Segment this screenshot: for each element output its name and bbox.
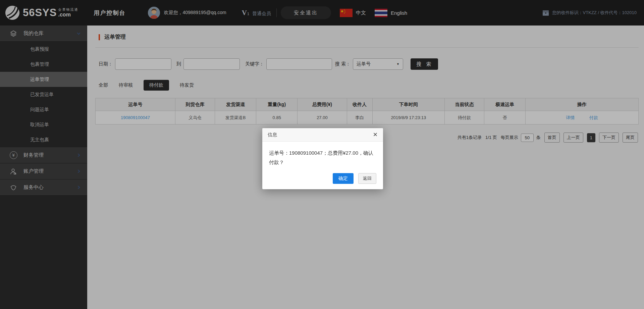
modal-title: 信息	[268, 132, 277, 138]
close-icon[interactable]: ✕	[373, 132, 378, 138]
modal-message: 运单号：190809100047；总费用¥27.00，确认付款？	[262, 142, 383, 170]
cancel-button[interactable]: 返回	[358, 173, 376, 184]
modal-header: 信息 ✕	[262, 128, 383, 142]
modal-footer: 确定 返回	[262, 170, 383, 189]
confirm-button[interactable]: 确定	[333, 173, 354, 184]
payment-confirm-modal: 信息 ✕ 运单号：190809100047；总费用¥27.00，确认付款？ 确定…	[262, 128, 383, 189]
